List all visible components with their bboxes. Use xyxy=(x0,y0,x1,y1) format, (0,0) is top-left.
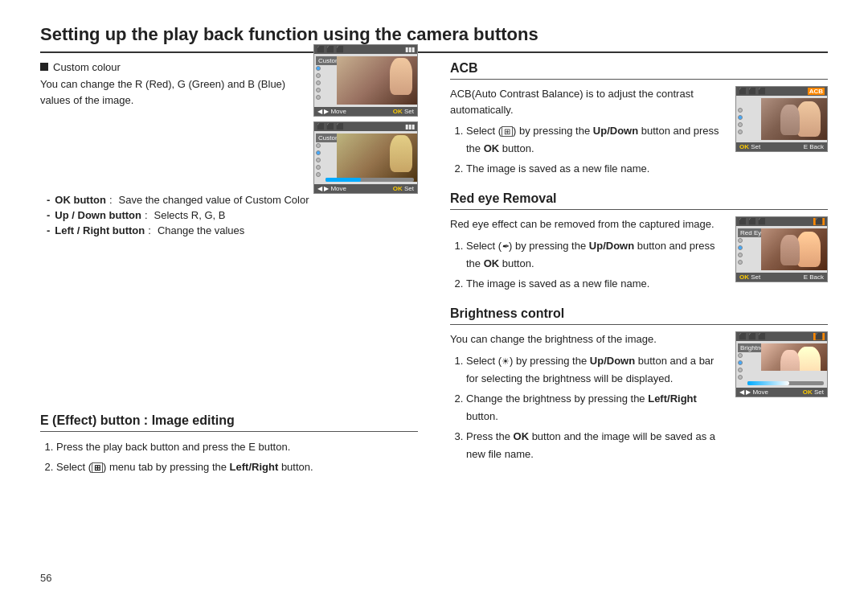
brightness-section: Brightness control You can change the br… xyxy=(450,306,828,466)
acb-screen-topbar: ⬛ ⬛ ⬛ ACB xyxy=(736,87,827,96)
screen2-side-menu xyxy=(316,143,321,177)
screen1-side-menu xyxy=(316,66,321,100)
menu-dot2-1 xyxy=(316,143,321,148)
brightness-slider xyxy=(747,381,824,385)
red-eye-side-menu xyxy=(738,238,743,265)
custom-colour-images: ⬛ ⬛ ⬛ ▮▮▮ Custom Color xyxy=(313,44,418,194)
re-dot-4 xyxy=(738,260,743,265)
menu-dot2-3 xyxy=(316,158,321,162)
re-dot-3 xyxy=(738,253,743,257)
menu-dot2-5 xyxy=(316,172,321,177)
acb-section: ACB ACB(Auto Contrast Balance) is to adj… xyxy=(450,61,828,180)
detail-leftright: - Left / Right button : Change the value… xyxy=(40,224,418,236)
brightness-text: You can change the brightness of the ima… xyxy=(450,331,727,466)
grid-icon: ⊞ xyxy=(502,126,513,137)
e-effect-heading: E (Effect) button : Image editing xyxy=(40,413,418,432)
br-dot-1 xyxy=(738,353,743,358)
screen2-bottombar: ◀ ▶ Move OK Set xyxy=(314,184,417,193)
menu-dot-5 xyxy=(316,95,321,100)
red-eye-screen: ⬛ ⬛ ⬛ ⬛ Red Eye Fix OK Set xyxy=(735,216,828,282)
br-dot-4 xyxy=(738,375,743,380)
acb-step-2: The image is saved as a new file name. xyxy=(466,160,727,178)
acb-step-1: Select (⊞) by pressing the Up/Down butto… xyxy=(466,122,727,158)
photo-couple-redeye xyxy=(761,228,827,270)
custom-colour-heading: Custom colour xyxy=(53,61,121,73)
menu-dot2-4 xyxy=(316,165,321,170)
menu-dot-3 xyxy=(316,80,321,85)
e-effect-step-1: Press the play back button and press the… xyxy=(56,438,418,456)
br-dot-3 xyxy=(738,368,743,372)
red-eye-content: Red eye effect can be removed from the c… xyxy=(450,216,828,295)
acb-text: ACB(Auto Contrast Balance) is to adjust … xyxy=(450,86,727,180)
redeye-icon: ✒ xyxy=(502,241,509,251)
acb-steps: Select (⊞) by pressing the Up/Down butto… xyxy=(450,122,727,178)
screen2-slider xyxy=(326,178,414,182)
screen2-photo xyxy=(337,134,417,182)
screen1-photo xyxy=(337,56,417,105)
brightness-photo xyxy=(761,343,827,371)
red-eye-steps: Select (✒) by pressing the Up/Down butto… xyxy=(450,237,727,293)
red-eye-screen-topbar: ⬛ ⬛ ⬛ ⬛ xyxy=(736,217,827,226)
sun-icon: ☀ xyxy=(502,356,510,366)
brightness-step-3: Press the OK button and the image will b… xyxy=(466,428,727,463)
red-eye-heading: Red eye Removal xyxy=(450,191,828,210)
brightness-description: You can change the brightness of the ima… xyxy=(450,331,727,347)
red-eye-step-2: The image is saved as a new file name. xyxy=(466,275,727,293)
acb-heading: ACB xyxy=(450,61,828,80)
custom-colour-screen-1: ⬛ ⬛ ⬛ ▮▮▮ Custom Color xyxy=(313,44,418,117)
red-eye-photo xyxy=(761,228,827,270)
brightness-bottombar: ◀ ▶ Move OK Set xyxy=(736,388,827,397)
acb-dot-2 xyxy=(738,115,743,120)
brightness-step-2: Change the brightness by pressing the Le… xyxy=(466,390,727,425)
photo-cc-1 xyxy=(337,56,417,105)
acb-content: ACB(Auto Contrast Balance) is to adjust … xyxy=(450,86,828,180)
brightness-screen: ⬛ ⬛ ⬛ ⬛ Brightness xyxy=(735,331,828,397)
red-eye-text: Red eye effect can be removed from the c… xyxy=(450,216,727,295)
select-icon: ⊞ xyxy=(92,462,103,473)
custom-colour-section: Custom colour ⬛ ⬛ ⬛ ▮▮▮ Custom Color xyxy=(40,61,418,236)
screen2-slider-fill xyxy=(326,178,361,182)
page-number: 56 xyxy=(40,572,51,584)
e-effect-steps: Press the play back button and press the… xyxy=(40,438,418,476)
acb-description: ACB(Auto Contrast Balance) is to adjust … xyxy=(450,86,727,117)
acb-photo xyxy=(761,98,827,140)
red-eye-section: Red eye Removal Red eye effect can be re… xyxy=(450,191,828,295)
brightness-slider-fill xyxy=(747,381,789,385)
left-column: Custom colour ⬛ ⬛ ⬛ ▮▮▮ Custom Color xyxy=(40,61,418,479)
red-eye-bottombar: OK Set E Back xyxy=(736,273,827,282)
brightness-content: You can change the brightness of the ima… xyxy=(450,331,828,466)
brightness-steps: Select (☀) by pressing the Up/Down butto… xyxy=(450,352,727,464)
brightness-heading: Brightness control xyxy=(450,306,828,325)
custom-colour-screen-2: ⬛ ⬛ ⬛ ▮▮▮ Custom Color xyxy=(313,121,418,194)
brightness-step-1: Select (☀) by pressing the Up/Down butto… xyxy=(466,352,727,388)
screen1-bottombar: ◀ ▶ Move OK Set xyxy=(314,107,417,116)
menu-dot-1 xyxy=(316,66,321,71)
e-effect-step-2: Select (⊞) menu tab by pressing the Left… xyxy=(56,458,418,476)
custom-colour-details: - OK button : Save the changed value of … xyxy=(40,194,418,236)
re-dot-1 xyxy=(738,238,743,243)
bullet-icon xyxy=(40,63,48,71)
acb-bottombar: OK Set E Back xyxy=(736,142,827,151)
detail-updown: - Up / Down button : Selects R, G, B xyxy=(40,209,418,221)
acb-dot-1 xyxy=(738,108,743,113)
br-dot-2 xyxy=(738,360,743,365)
photo-cc-2 xyxy=(337,134,417,182)
screen1-topbar: ⬛ ⬛ ⬛ ▮▮▮ xyxy=(314,45,417,54)
brightness-screen-topbar: ⬛ ⬛ ⬛ ⬛ xyxy=(736,332,827,341)
e-effect-section: E (Effect) button : Image editing Press … xyxy=(40,413,418,476)
red-eye-step-1: Select (✒) by pressing the Up/Down butto… xyxy=(466,237,727,273)
menu-dot-4 xyxy=(316,88,321,92)
re-dot-2 xyxy=(738,245,743,250)
page-title: Setting up the play back function using … xyxy=(40,24,828,53)
acb-screen: ⬛ ⬛ ⬛ ACB OK Set E Back xyxy=(735,86,828,152)
screen2-topbar: ⬛ ⬛ ⬛ ▮▮▮ xyxy=(314,122,417,131)
acb-dot-4 xyxy=(738,129,743,134)
right-column: ACB ACB(Auto Contrast Balance) is to adj… xyxy=(450,61,828,479)
menu-dot-2 xyxy=(316,73,321,78)
brightness-side-menu xyxy=(738,353,743,380)
acb-dot-3 xyxy=(738,122,743,127)
acb-side-menu xyxy=(738,108,743,134)
menu-dot2-2 xyxy=(316,150,321,155)
red-eye-description: Red eye effect can be removed from the c… xyxy=(450,216,727,232)
detail-ok: - OK button : Save the changed value of … xyxy=(40,194,418,206)
